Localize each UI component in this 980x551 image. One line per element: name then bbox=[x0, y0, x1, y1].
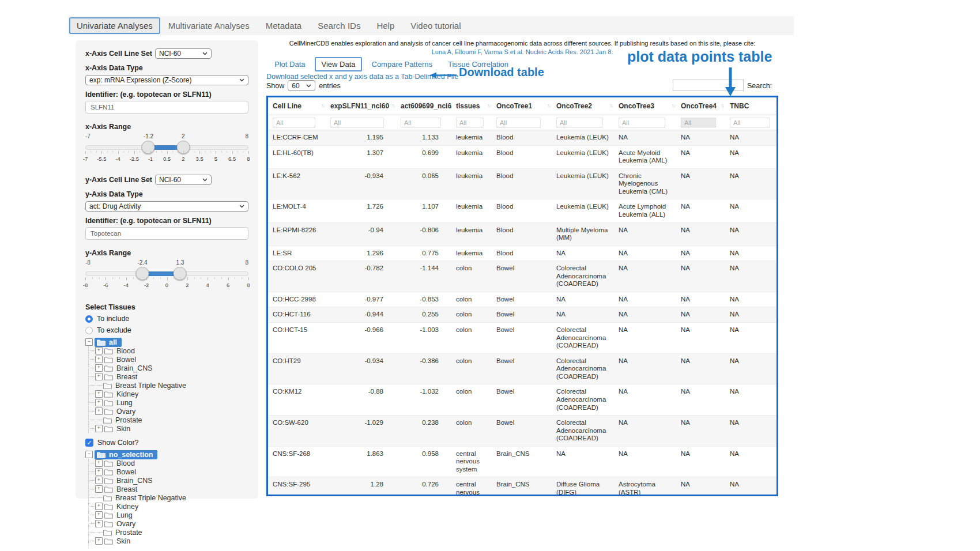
slider-tick-label: -7 bbox=[83, 156, 88, 162]
tree-node-breast-triple-negative[interactable]: Breast Triple Negative bbox=[89, 381, 248, 390]
nav-tab-metadata[interactable]: Metadata bbox=[258, 17, 310, 35]
column-header-cell-line[interactable]: Cell Line↑↓ bbox=[268, 97, 326, 115]
cell-oncotree3: NA bbox=[614, 246, 676, 261]
cell-cell-line: CO:KM12 bbox=[268, 384, 326, 416]
expand-icon[interactable]: + bbox=[95, 356, 103, 363]
y-data-type-select[interactable]: act: Drug Activity bbox=[85, 201, 248, 212]
column-header-oncotree3[interactable]: OncoTree3↑↓ bbox=[614, 97, 676, 115]
nav-tab-help[interactable]: Help bbox=[368, 17, 402, 35]
cell-oncotree2: NA bbox=[552, 246, 614, 261]
tree-node-bowel[interactable]: +Bowel bbox=[89, 467, 248, 476]
tree-node-blood[interactable]: +Blood bbox=[89, 459, 248, 467]
expand-icon[interactable]: + bbox=[95, 373, 103, 380]
cell-act609699-nci60: -0.853 bbox=[396, 292, 451, 307]
tree-node-kidney[interactable]: +Kidney bbox=[89, 390, 248, 398]
column-filter-cell-line[interactable] bbox=[273, 118, 315, 127]
x-data-type-select[interactable]: exp: mRNA Expression (Z-Score) bbox=[85, 75, 248, 85]
column-header-tnbc[interactable]: TNBC↑↓ bbox=[725, 97, 778, 115]
x-axis-range-slider[interactable]: -78-1.22-7-5.5-4-2.5-10.523.556.58 bbox=[85, 133, 248, 165]
column-header-expslfn11-nci60[interactable]: expSLFN11_nci60↑↓ bbox=[326, 97, 396, 115]
subtab-compare-patterns[interactable]: Compare Patterns bbox=[366, 57, 439, 71]
subtab-view-data[interactable]: View Data bbox=[315, 57, 361, 71]
cell-oncotree3: Acute Myeloid Leukemia (AML) bbox=[614, 145, 676, 168]
tree-node-lung[interactable]: +Lung bbox=[89, 511, 248, 519]
column-filter-oncotree2[interactable] bbox=[556, 118, 603, 127]
subtab-plot-data[interactable]: Plot Data bbox=[269, 57, 311, 71]
expand-icon[interactable]: + bbox=[95, 477, 103, 484]
tree-node-blood[interactable]: +Blood bbox=[89, 346, 248, 355]
radio-to-include[interactable] bbox=[85, 315, 93, 323]
color-selection-tree: −no_selection+Blood+Bowel+Brain_CNS+Brea… bbox=[85, 450, 248, 545]
tree-node-ovary[interactable]: +Ovary bbox=[89, 519, 248, 528]
y-identifier-input[interactable] bbox=[85, 227, 248, 240]
tree-node-ovary[interactable]: +Ovary bbox=[89, 407, 248, 416]
column-filter-oncotree1[interactable] bbox=[496, 118, 541, 127]
column-filter-oncotree4[interactable] bbox=[681, 118, 716, 127]
column-header-oncotree4[interactable]: OncoTree4↑↓ bbox=[676, 97, 725, 115]
column-header-tissues[interactable]: tissues↑↓ bbox=[451, 97, 492, 115]
tree-node-prostate[interactable]: Prostate bbox=[89, 528, 248, 537]
tree-node-skin[interactable]: +Skin bbox=[89, 424, 248, 433]
expand-icon[interactable]: + bbox=[95, 364, 103, 372]
tree-node-breast[interactable]: +Breast bbox=[89, 372, 248, 381]
radio-to-exclude[interactable] bbox=[85, 327, 93, 334]
expand-icon[interactable]: + bbox=[95, 503, 103, 510]
cell-cell-line: CNS:SF-295 bbox=[268, 477, 326, 496]
tree-node-no-selection[interactable]: −no_selection bbox=[85, 450, 248, 459]
show-color-checkbox[interactable]: ✓ bbox=[85, 439, 93, 447]
expand-icon[interactable]: + bbox=[95, 537, 103, 545]
tree-node-brain-cns[interactable]: +Brain_CNS bbox=[89, 364, 248, 372]
column-filter-tissues[interactable] bbox=[456, 118, 484, 127]
column-filter-tnbc[interactable] bbox=[730, 118, 770, 127]
column-header-oncotree2[interactable]: OncoTree2↑↓ bbox=[552, 97, 614, 115]
tree-node-breast-triple-negative[interactable]: Breast Triple Negative bbox=[89, 493, 248, 502]
expand-icon[interactable]: + bbox=[95, 520, 103, 527]
expand-icon[interactable]: + bbox=[95, 485, 103, 493]
cell-oncotree3: Astrocytoma (ASTR) bbox=[614, 477, 676, 496]
expand-icon[interactable]: + bbox=[95, 347, 103, 354]
expand-icon[interactable]: + bbox=[95, 511, 103, 519]
expand-icon[interactable]: + bbox=[95, 390, 103, 398]
radio-to-exclude-label: To exclude bbox=[97, 326, 131, 334]
expand-icon[interactable]: + bbox=[95, 459, 103, 467]
tree-node-breast[interactable]: +Breast bbox=[89, 485, 248, 493]
tree-node-label: Prostate bbox=[114, 529, 144, 537]
expand-icon[interactable]: + bbox=[95, 407, 103, 415]
tree-node-lung[interactable]: +Lung bbox=[89, 398, 248, 407]
column-header-act609699-nci60[interactable]: act609699_nci60↑↓ bbox=[396, 97, 451, 115]
column-filter-expslfn11-nci60[interactable] bbox=[330, 118, 384, 127]
collapse-icon[interactable]: − bbox=[85, 338, 93, 346]
column-header-label: act609699_nci60 bbox=[401, 102, 451, 110]
column-header-oncotree1[interactable]: OncoTree1↑↓ bbox=[492, 97, 552, 115]
tree-node-skin[interactable]: +Skin bbox=[89, 537, 248, 545]
nav-tab-search-ids[interactable]: Search IDs bbox=[310, 17, 368, 35]
cell-cell-line: CO:HCC-2998 bbox=[268, 292, 326, 307]
x-identifier-input[interactable] bbox=[85, 101, 248, 114]
collapse-icon[interactable]: − bbox=[85, 451, 93, 458]
expand-icon[interactable]: + bbox=[95, 399, 103, 406]
y-axis-range-slider[interactable]: -88-2.41.3-8-6-4-202468 bbox=[85, 259, 248, 292]
cell-oncotree2: Leukemia (LEUK) bbox=[552, 130, 614, 146]
column-filter-act609699-nci60[interactable] bbox=[401, 118, 441, 127]
cell-oncotree2: NA bbox=[552, 446, 614, 477]
expand-icon[interactable]: + bbox=[95, 425, 103, 432]
table-row: CO:COLO 205-0.782-1.144colonBowelColorec… bbox=[268, 261, 778, 292]
tree-node-brain-cns[interactable]: +Brain_CNS bbox=[89, 476, 248, 485]
y-cell-line-set-select[interactable]: NCI-60 bbox=[155, 175, 212, 185]
tree-node-prostate[interactable]: Prostate bbox=[89, 416, 248, 424]
cell-oncotree4: NA bbox=[676, 130, 725, 146]
tree-node-all[interactable]: −all bbox=[85, 338, 248, 346]
nav-tab-univariate-analyses[interactable]: Univariate Analyses bbox=[69, 17, 160, 34]
cell-oncotree4: NA bbox=[676, 446, 725, 477]
nav-tab-multivariate-analyses[interactable]: Multivariate Analyses bbox=[160, 17, 258, 35]
x-cell-line-set-select[interactable]: NCI-60 bbox=[155, 48, 212, 59]
column-filter-oncotree3[interactable] bbox=[619, 118, 665, 127]
tree-node-kidney[interactable]: +Kidney bbox=[89, 502, 248, 511]
nav-tab-video-tutorial[interactable]: Video tutorial bbox=[402, 17, 469, 35]
tree-node-bowel[interactable]: +Bowel bbox=[89, 355, 248, 364]
column-header-label: OncoTree1 bbox=[496, 102, 532, 110]
entries-select[interactable]: 60 bbox=[288, 80, 315, 91]
expand-icon[interactable]: + bbox=[95, 468, 103, 475]
show-label: Show bbox=[266, 82, 284, 90]
select-value: exp: mRNA Expression (Z-Score) bbox=[89, 76, 191, 84]
